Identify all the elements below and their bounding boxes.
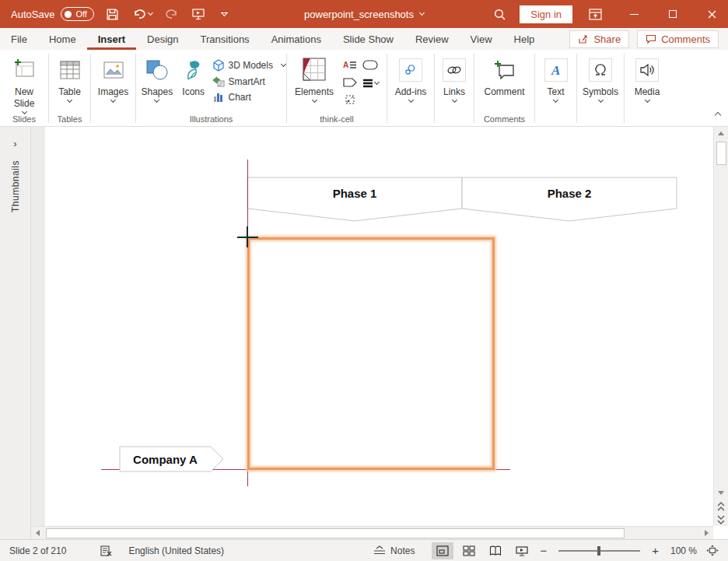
start-slideshow-icon[interactable] bbox=[191, 6, 206, 22]
tab-file[interactable]: File bbox=[0, 28, 38, 50]
horizontal-scrollbar-thumb[interactable] bbox=[46, 528, 625, 538]
slide-show-view-button[interactable] bbox=[511, 542, 533, 559]
tab-design[interactable]: Design bbox=[136, 28, 189, 50]
slide-indicator[interactable]: Slide 2 of 210 bbox=[9, 545, 66, 556]
reading-view-button[interactable] bbox=[485, 542, 506, 559]
tab-slide-show[interactable]: Slide Show bbox=[332, 28, 404, 50]
share-icon bbox=[578, 34, 589, 44]
chevron-down-icon bbox=[110, 97, 116, 103]
comments-button[interactable]: Comments bbox=[637, 30, 719, 48]
scroll-left-icon[interactable] bbox=[31, 527, 44, 540]
tab-insert[interactable]: Insert bbox=[87, 28, 136, 50]
previous-slide-button[interactable] bbox=[715, 500, 728, 513]
comment-button[interactable]: Comment bbox=[479, 54, 530, 98]
tab-help[interactable]: Help bbox=[503, 28, 546, 50]
search-icon[interactable] bbox=[492, 6, 507, 22]
links-button[interactable]: Links bbox=[438, 54, 471, 102]
crosshair-cursor-icon bbox=[247, 226, 248, 247]
thinkcell-text-box-button[interactable]: A bbox=[343, 60, 357, 73]
tab-view[interactable]: View bbox=[460, 28, 503, 50]
autosave-pill[interactable]: Off bbox=[61, 7, 93, 21]
vertical-scrollbar-thumb[interactable] bbox=[716, 142, 726, 165]
vertical-scrollbar[interactable] bbox=[713, 127, 728, 526]
next-slide-button[interactable] bbox=[715, 513, 728, 526]
symbols-button[interactable]: Symbols bbox=[579, 54, 621, 102]
shapes-button[interactable]: Shapes bbox=[139, 54, 175, 102]
close-button[interactable] bbox=[695, 0, 728, 28]
undo-dropdown-chevron-icon[interactable] bbox=[148, 10, 153, 16]
thinkcell-insertion-preview-rect[interactable] bbox=[247, 237, 495, 470]
chevron-down-icon bbox=[408, 97, 413, 103]
language-indicator[interactable]: English (United States) bbox=[128, 545, 224, 556]
add-ins-button[interactable]: Add-ins bbox=[394, 54, 427, 102]
scroll-down-icon[interactable] bbox=[715, 486, 728, 500]
save-icon[interactable] bbox=[105, 6, 121, 22]
status-bar: Slide 2 of 210 English (United States) N… bbox=[0, 539, 728, 561]
thinkcell-pentagon-button[interactable] bbox=[343, 78, 357, 89]
thinkcell-snap-button[interactable] bbox=[344, 93, 356, 108]
spell-check-icon[interactable] bbox=[100, 545, 113, 556]
table-icon bbox=[59, 56, 81, 84]
chevron-down-icon bbox=[21, 109, 26, 114]
autosave-dot-icon bbox=[65, 11, 72, 18]
redo-icon-disabled bbox=[164, 6, 180, 22]
normal-view-button[interactable] bbox=[432, 542, 453, 559]
share-button[interactable]: Share bbox=[569, 30, 629, 48]
undo-icon[interactable] bbox=[131, 6, 153, 22]
autosave-toggle[interactable]: AutoSave Off bbox=[11, 7, 94, 21]
scroll-up-icon[interactable] bbox=[715, 127, 728, 140]
smartart-button[interactable]: SmartArt bbox=[212, 76, 286, 87]
thinkcell-rounded-rectangle-button[interactable] bbox=[362, 60, 378, 72]
zoom-slider[interactable] bbox=[558, 550, 640, 552]
thinkcell-elements-button[interactable]: Elements bbox=[293, 54, 335, 102]
sign-in-button[interactable]: Sign in bbox=[520, 5, 572, 23]
tab-home[interactable]: Home bbox=[38, 28, 87, 50]
slide-sorter-view-button[interactable] bbox=[458, 542, 480, 559]
chart-button[interactable]: Chart bbox=[212, 92, 286, 103]
chevron-down-icon bbox=[154, 97, 159, 103]
zoom-slider-handle[interactable] bbox=[597, 546, 600, 556]
horizontal-scrollbar[interactable] bbox=[31, 526, 713, 539]
3d-models-button[interactable]: 3D Models bbox=[212, 59, 286, 72]
tab-transitions[interactable]: Transitions bbox=[190, 28, 261, 50]
zoom-in-button[interactable]: + bbox=[649, 544, 661, 557]
images-button[interactable]: Images bbox=[95, 54, 132, 102]
ribbon-display-options-icon[interactable] bbox=[579, 0, 611, 28]
autosave-state: Off bbox=[75, 9, 86, 19]
text-button[interactable]: A Text bbox=[539, 54, 573, 102]
ribbon-tab-bar: File Home Insert Design Transitions Anim… bbox=[0, 28, 728, 50]
new-slide-button[interactable]: New Slide bbox=[6, 54, 42, 114]
slide-canvas[interactable]: Phase 1 Phase 2 Company A bbox=[31, 127, 713, 526]
minimize-button[interactable] bbox=[618, 0, 650, 28]
thumbnails-pane-collapsed[interactable]: › Thumbnails bbox=[0, 127, 31, 539]
collapse-ribbon-icon[interactable] bbox=[716, 108, 720, 120]
zoom-level[interactable]: 100 % bbox=[670, 545, 697, 556]
zoom-out-button[interactable]: − bbox=[537, 544, 549, 557]
table-button[interactable]: Table bbox=[53, 54, 87, 102]
quick-access-toolbar-chevron-icon[interactable] bbox=[217, 6, 233, 22]
symbols-icon bbox=[589, 58, 612, 82]
chevron-down-icon bbox=[67, 97, 72, 103]
chevron-down-icon bbox=[644, 97, 649, 103]
scroll-right-icon[interactable] bbox=[700, 527, 713, 540]
expand-thumbnails-icon[interactable]: › bbox=[13, 138, 16, 149]
powerpoint-window: AutoSave Off bbox=[0, 0, 728, 561]
tab-review[interactable]: Review bbox=[404, 28, 460, 50]
media-button[interactable]: Media bbox=[629, 54, 665, 102]
chevron-down-icon bbox=[311, 97, 317, 103]
svg-text:A: A bbox=[343, 61, 348, 69]
group-label-thinkcell: think-cell bbox=[287, 114, 387, 124]
maximize-button[interactable] bbox=[656, 0, 689, 28]
fit-slide-to-window-icon[interactable] bbox=[706, 545, 719, 556]
notes-button[interactable]: Notes bbox=[373, 545, 415, 556]
group-label-tables: Tables bbox=[49, 114, 90, 124]
smartart-icon bbox=[212, 76, 225, 87]
text-icon: A bbox=[544, 58, 568, 82]
icons-icon bbox=[182, 56, 205, 84]
tab-animations[interactable]: Animations bbox=[261, 28, 332, 50]
company-a-label: Company A bbox=[120, 447, 211, 472]
icons-button[interactable]: Icons bbox=[178, 54, 209, 98]
thinkcell-same-height-button[interactable] bbox=[362, 79, 379, 88]
group-label-slides: Slides bbox=[0, 114, 48, 124]
title-bar: AutoSave Off bbox=[0, 0, 728, 28]
